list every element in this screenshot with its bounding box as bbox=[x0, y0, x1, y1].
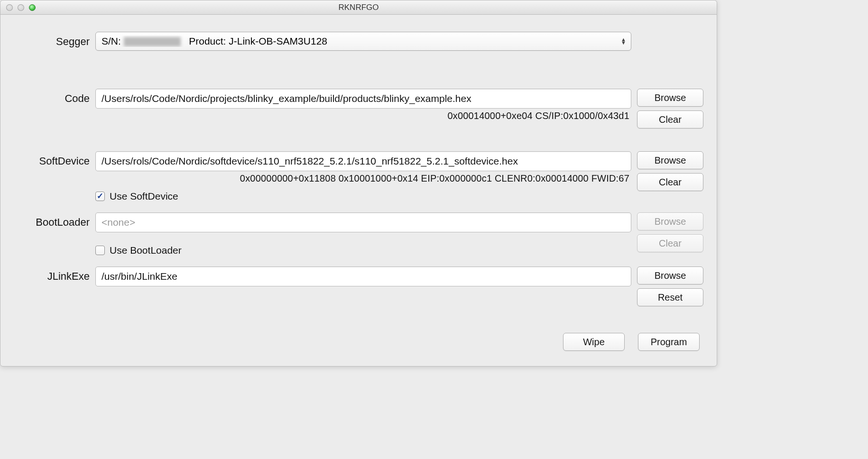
program-button[interactable]: Program bbox=[638, 333, 700, 351]
bootloader-browse-button[interactable]: Browse bbox=[637, 212, 703, 230]
softdevice-clear-button[interactable]: Clear bbox=[637, 173, 703, 191]
chevron-updown-icon: ▲▼ bbox=[621, 38, 626, 45]
jlink-browse-button[interactable]: Browse bbox=[637, 266, 703, 285]
code-info: 0x00014000+0xe04 CS/IP:0x1000/0x43d1 bbox=[95, 109, 631, 121]
zoom-icon[interactable] bbox=[29, 4, 36, 11]
jlink-path-input[interactable]: /usr/bin/JLinkExe bbox=[95, 266, 631, 286]
softdevice-path-input[interactable]: /Users/rols/Code/Nordic/softdevice/s110_… bbox=[95, 151, 631, 171]
segger-serial-redacted bbox=[124, 37, 181, 46]
softdevice-info: 0x00000000+0x11808 0x10001000+0x14 EIP:0… bbox=[95, 171, 631, 184]
code-path-input[interactable]: /Users/rols/Code/Nordic/projects/blinky_… bbox=[95, 89, 631, 109]
segger-dropdown-text: S/N: Product: J-Link-OB-SAM3U128 bbox=[102, 36, 327, 47]
bottom-actions: Wipe Program bbox=[14, 312, 703, 353]
app-window: RKNRFGO Segger S/N: Product: J-Link-OB-S… bbox=[0, 0, 717, 367]
segger-label: Segger bbox=[14, 32, 90, 48]
use-bootloader-label: Use BootLoader bbox=[110, 245, 182, 256]
code-label: Code bbox=[14, 89, 90, 105]
code-clear-button[interactable]: Clear bbox=[637, 110, 703, 129]
window-title: RKNRFGO bbox=[0, 3, 717, 12]
jlink-reset-button[interactable]: Reset bbox=[637, 288, 703, 306]
row-softdevice: SoftDevice /Users/rols/Code/Nordic/softd… bbox=[14, 151, 703, 204]
content: Segger S/N: Product: J-Link-OB-SAM3U128 … bbox=[0, 15, 717, 366]
jlink-label: JLinkExe bbox=[14, 266, 90, 283]
code-browse-button[interactable]: Browse bbox=[637, 89, 703, 107]
bootloader-path-input[interactable]: <none> bbox=[95, 212, 631, 232]
use-softdevice-row: Use SoftDevice bbox=[95, 184, 631, 204]
use-softdevice-label: Use SoftDevice bbox=[110, 191, 178, 202]
row-segger: Segger S/N: Product: J-Link-OB-SAM3U128 … bbox=[14, 32, 703, 51]
use-softdevice-checkbox[interactable] bbox=[95, 192, 105, 201]
use-bootloader-row: Use BootLoader bbox=[95, 232, 631, 258]
row-code: Code /Users/rols/Code/Nordic/projects/bl… bbox=[14, 89, 703, 129]
row-bootloader: BootLoader <none> Use BootLoader Browse … bbox=[14, 212, 703, 258]
traffic-lights bbox=[0, 4, 36, 11]
bootloader-clear-button[interactable]: Clear bbox=[637, 234, 703, 252]
wipe-button[interactable]: Wipe bbox=[563, 333, 625, 351]
use-bootloader-checkbox[interactable] bbox=[95, 246, 105, 255]
softdevice-label: SoftDevice bbox=[14, 151, 90, 167]
row-jlink: JLinkExe /usr/bin/JLinkExe Browse Reset bbox=[14, 266, 703, 306]
bootloader-label: BootLoader bbox=[14, 212, 90, 229]
titlebar: RKNRFGO bbox=[0, 0, 717, 15]
segger-dropdown[interactable]: S/N: Product: J-Link-OB-SAM3U128 ▲▼ bbox=[95, 32, 631, 51]
softdevice-browse-button[interactable]: Browse bbox=[637, 151, 703, 169]
minimize-icon[interactable] bbox=[18, 4, 24, 11]
close-icon[interactable] bbox=[6, 4, 13, 11]
